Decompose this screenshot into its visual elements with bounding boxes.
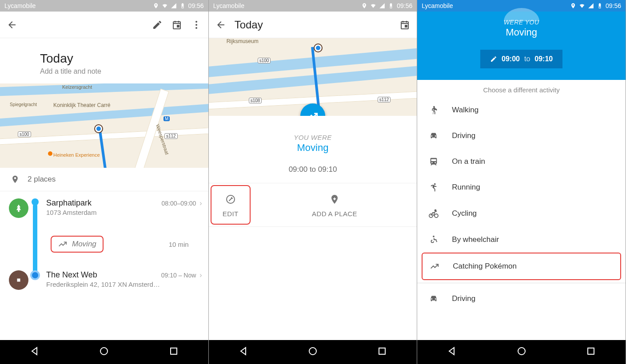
overflow-menu-button[interactable] — [191, 19, 202, 31]
you-were-label: YOU WERE — [209, 134, 417, 141]
svg-rect-8 — [17, 279, 20, 282]
calendar-button[interactable] — [399, 19, 411, 31]
activity-option-label: Cycling — [452, 209, 477, 218]
svg-point-25 — [518, 348, 525, 355]
timeline-activity[interactable]: Moving 10 min — [51, 236, 202, 253]
metro-badge: M — [163, 116, 170, 121]
svg-point-17 — [309, 348, 316, 355]
road-badge: s100 — [18, 131, 31, 137]
trending-icon — [58, 239, 68, 249]
square-recents-icon — [377, 346, 387, 356]
bike-icon — [428, 208, 439, 219]
add-place-icon — [329, 194, 340, 205]
activity-option-cycling[interactable]: Cycling — [417, 200, 626, 227]
activity-time-range: 09:00 to 09:10 — [209, 165, 417, 174]
road-badge: s112 — [164, 133, 178, 139]
trending-icon — [307, 110, 319, 116]
activity-option-label: Running — [452, 183, 480, 192]
pencil-icon — [152, 20, 163, 30]
timeline-stop[interactable]: Sarphatipark 08:00–09:00 › 1073 Amsterda… — [9, 198, 202, 218]
tree-icon — [14, 204, 23, 213]
activity-option-running[interactable]: Running — [417, 174, 626, 200]
nav-back-button[interactable] — [447, 346, 457, 358]
arrow-back-icon — [215, 20, 226, 30]
nav-recents-button[interactable] — [377, 346, 387, 358]
carrier-label: Lycamobile — [422, 2, 453, 9]
circle-home-icon — [307, 346, 318, 356]
page-title: Today — [235, 19, 263, 31]
activity-name: Moving — [417, 27, 626, 38]
road-badge: s112 — [378, 97, 391, 103]
nav-recents-button[interactable] — [168, 346, 179, 358]
nav-home-button[interactable] — [516, 346, 527, 358]
places-summary[interactable]: 2 places — [0, 168, 208, 191]
svg-point-6 — [195, 24, 197, 26]
calendar-icon — [171, 20, 182, 30]
battery-icon — [179, 3, 186, 9]
add-place-label: ADD A PLACE — [312, 210, 357, 218]
day-header[interactable]: Today Add a title and note — [0, 38, 208, 83]
activity-option-label: By wheelchair — [452, 235, 499, 244]
screen-timeline-list: Lycamobile 09:56 Today Add a title and n… — [0, 0, 209, 364]
activity-option-train[interactable]: On a train — [417, 149, 626, 174]
edit-pencil-button[interactable] — [152, 19, 163, 31]
back-button[interactable] — [215, 19, 227, 31]
svg-point-22 — [435, 214, 438, 218]
divider — [417, 283, 626, 283]
calendar-button[interactable] — [171, 19, 183, 31]
trending-icon — [430, 261, 439, 271]
signal-icon — [379, 3, 385, 9]
square-recents-icon — [586, 346, 596, 356]
nav-back-button[interactable] — [29, 346, 40, 358]
activity-option-driving[interactable]: Driving — [417, 123, 626, 149]
svg-rect-15 — [405, 25, 407, 27]
nav-home-button[interactable] — [307, 346, 318, 358]
activity-list: Walking Driving On a train Running Cycli… — [417, 97, 626, 312]
edit-circle-icon — [225, 194, 236, 205]
signal-icon — [171, 3, 177, 9]
map-preview[interactable]: Rijksmuseum s100 s108 s112 — [209, 38, 417, 116]
run-icon — [429, 182, 439, 192]
activity-option-label: On a train — [452, 157, 485, 166]
nav-home-button[interactable] — [99, 346, 109, 358]
calendar-icon — [399, 20, 410, 30]
android-nav-bar — [417, 340, 626, 364]
moving-chip[interactable]: Moving — [51, 236, 104, 253]
activity-option-walking[interactable]: Walking — [417, 97, 626, 123]
svg-rect-18 — [379, 348, 385, 354]
activity-option-pokemon[interactable]: Catching Pokémon — [422, 253, 621, 280]
status-bar: Lycamobile 09:56 — [209, 0, 417, 12]
clock-label: 09:56 — [606, 2, 621, 9]
activity-option-driving-extra[interactable]: Driving — [417, 286, 626, 312]
nav-back-button[interactable] — [238, 346, 249, 358]
android-nav-bar — [0, 340, 208, 364]
svg-point-7 — [195, 27, 197, 29]
time-from: 09:00 — [502, 55, 520, 63]
back-button[interactable] — [6, 19, 18, 31]
place-sub: 1073 Amsterdam — [46, 209, 202, 216]
activity-option-wheelchair[interactable]: By wheelchair — [417, 227, 626, 253]
edit-button[interactable]: EDIT — [211, 185, 251, 225]
time-range-button[interactable]: 09:00 to 09:10 — [480, 50, 562, 68]
location-icon — [570, 3, 576, 9]
pencil-icon — [490, 55, 497, 63]
battery-icon — [388, 3, 394, 9]
place-name: The Next Web — [46, 270, 97, 280]
place-badge — [9, 270, 28, 290]
edit-header: WERE YOU Moving 09:00 to 09:10 — [417, 12, 626, 80]
road-badge: s108 — [249, 98, 262, 103]
wifi-icon — [370, 3, 376, 9]
park-badge — [9, 198, 28, 218]
car-icon — [429, 131, 439, 141]
timeline-stop[interactable]: The Next Web 09:10 – Now › Frederiksplei… — [9, 270, 202, 290]
timeline-dot — [30, 270, 40, 280]
chevron-right-icon: › — [199, 271, 202, 279]
timeline-connector — [33, 204, 37, 279]
car-icon — [429, 294, 439, 304]
nav-recents-button[interactable] — [586, 346, 596, 358]
add-place-button[interactable]: ADD A PLACE — [252, 183, 417, 226]
map-label: Rijksmuseum — [227, 38, 259, 44]
map-preview[interactable]: Keizersgracht Koninklijk Theater Carré S… — [0, 83, 208, 168]
train-icon — [429, 157, 439, 166]
location-dot — [315, 44, 322, 51]
